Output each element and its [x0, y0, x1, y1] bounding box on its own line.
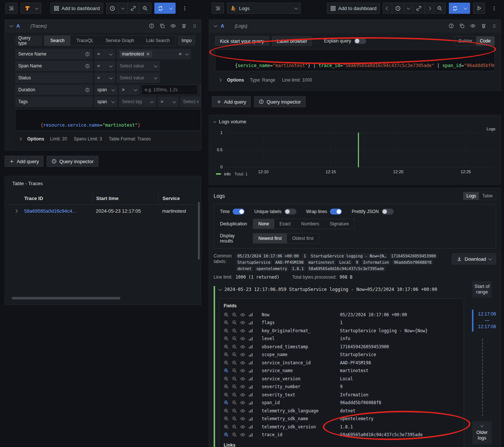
run-button[interactable]	[473, 3, 485, 14]
filter-out-value-icon[interactable]	[232, 368, 238, 373]
refresh-interval-dropdown[interactable]	[461, 3, 470, 14]
filter-out-value-icon[interactable]	[232, 392, 238, 397]
field-stats-icon[interactable]	[248, 400, 254, 405]
filter-out-value-icon[interactable]	[232, 328, 238, 333]
field-stats-icon[interactable]	[248, 416, 254, 421]
refresh-interval-dropdown[interactable]	[166, 3, 176, 14]
shift-time-back-button[interactable]	[383, 3, 392, 14]
span-name-value-select[interactable]: Select value	[117, 61, 160, 71]
shift-time-forward-button[interactable]	[425, 3, 434, 14]
field-stats-icon[interactable]	[248, 312, 254, 317]
expand-row-chevron[interactable]	[14, 209, 18, 213]
field-stats-icon[interactable]	[248, 376, 254, 381]
zoom-out-button[interactable]	[434, 3, 446, 14]
view-toggle-option[interactable]: Table	[479, 192, 496, 200]
filter-out-value-icon[interactable]	[232, 352, 238, 357]
trash-icon[interactable]	[481, 23, 486, 29]
menu-button[interactable]	[5, 3, 18, 14]
split-resize-handle[interactable]	[198, 202, 200, 260]
query-row-header[interactable]: A (Traces)	[5, 20, 201, 32]
filter-for-value-icon[interactable]	[224, 416, 230, 421]
filter-for-value-icon[interactable]	[224, 432, 230, 437]
logs-volume-chart[interactable]: Logs 1 0.5 0 12:10 12:15 12:20 12:25	[226, 133, 495, 167]
filter-out-value-icon[interactable]	[232, 376, 238, 381]
time-picker-button[interactable]	[392, 3, 404, 14]
tags-scope-select[interactable]: span	[94, 96, 117, 107]
kick-start-button[interactable]: Kick start your query	[215, 36, 269, 46]
query-row-header[interactable]: A (Logs)	[209, 20, 501, 32]
hide-query-eye-icon[interactable]	[170, 23, 176, 29]
horizontal-scrollbar[interactable]	[12, 297, 120, 299]
dedup-option[interactable]: Numbers	[296, 219, 325, 229]
toggle-visibility-eye-icon[interactable]	[240, 336, 246, 341]
query-type-tab[interactable]: Service Graph	[100, 36, 140, 45]
toggle-visibility-eye-icon[interactable]	[240, 312, 246, 317]
filter-for-value-icon[interactable]	[224, 376, 230, 381]
service-name-value-select[interactable]: martinotest ✕ ✕	[117, 49, 191, 59]
field-stats-icon[interactable]	[248, 344, 254, 349]
field-stats-icon[interactable]	[248, 384, 254, 389]
duration-operator2-select[interactable]: <	[199, 85, 201, 95]
field-stats-icon[interactable]	[248, 328, 254, 333]
log-line[interactable]: 2024-05-23 12:17:06.059 StartupService l…	[219, 286, 464, 292]
field-stats-icon[interactable]	[248, 392, 254, 397]
duplicate-icon[interactable]	[160, 23, 165, 29]
field-stats-icon[interactable]	[248, 424, 254, 429]
tags-operator-select[interactable]: =	[158, 96, 179, 107]
toggle-visibility-eye-icon[interactable]	[240, 424, 246, 429]
filter-out-value-icon[interactable]	[232, 416, 238, 421]
duration-value-input[interactable]	[141, 85, 198, 95]
view-toggle-option[interactable]: Logs	[463, 192, 479, 200]
more-options-kebab[interactable]	[179, 3, 191, 14]
toggle-switch[interactable]	[233, 209, 245, 215]
field-stats-icon[interactable]	[248, 432, 254, 437]
toggle-visibility-eye-icon[interactable]	[240, 344, 246, 349]
column-header-service[interactable]: Service	[158, 192, 196, 205]
refresh-button[interactable]	[154, 3, 166, 14]
hide-query-eye-icon[interactable]	[470, 23, 476, 29]
toggle-visibility-eye-icon[interactable]	[240, 360, 246, 365]
toggle-switch[interactable]	[330, 209, 342, 215]
filter-out-value-icon[interactable]	[232, 432, 238, 437]
drag-handle-icon[interactable]	[192, 23, 197, 29]
toggle-visibility-eye-icon[interactable]	[240, 432, 246, 437]
filter-out-value-icon[interactable]	[232, 344, 238, 349]
filter-out-value-icon[interactable]	[232, 320, 238, 325]
query-type-tab[interactable]: Search	[44, 36, 70, 45]
duration-operator-select[interactable]: >	[119, 85, 140, 95]
tags-value-select[interactable]: Select v	[180, 96, 201, 107]
menu-button[interactable]	[212, 3, 224, 14]
traces-options-row[interactable]: Options Limit: 20Spans Limit: 3Table For…	[15, 133, 201, 145]
remove-chip-icon[interactable]: ✕	[146, 52, 149, 57]
field-stats-icon[interactable]	[248, 352, 254, 357]
toggle-visibility-eye-icon[interactable]	[240, 416, 246, 421]
filter-out-value-icon[interactable]	[232, 360, 238, 365]
toggle-visibility-eye-icon[interactable]	[240, 400, 246, 405]
add-query-button[interactable]: Add query	[212, 96, 251, 107]
filter-out-value-icon[interactable]	[232, 384, 238, 389]
filter-for-value-icon[interactable]	[224, 384, 230, 389]
query-type-tab[interactable]: TraceQL	[70, 36, 100, 45]
service-name-operator-select[interactable]: =	[94, 49, 115, 59]
toggle-visibility-eye-icon[interactable]	[240, 392, 246, 397]
field-stats-icon[interactable]	[248, 360, 254, 365]
older-logs-button[interactable]: Older logs	[472, 421, 492, 444]
drag-handle-icon[interactable]	[492, 23, 497, 29]
filter-out-value-icon[interactable]	[232, 400, 238, 405]
filter-for-value-icon[interactable]	[224, 360, 230, 365]
filter-for-value-icon[interactable]	[224, 312, 230, 317]
label-browser-button[interactable]: Label browser	[272, 36, 312, 46]
collapse-log-chevron[interactable]	[218, 287, 222, 291]
span-name-operator-select[interactable]: =	[94, 61, 115, 71]
toggle-visibility-eye-icon[interactable]	[240, 320, 246, 325]
filter-out-value-icon[interactable]	[232, 424, 238, 429]
toggle-switch[interactable]	[382, 209, 394, 215]
toggle-switch[interactable]	[284, 209, 296, 215]
filter-out-value-icon[interactable]	[232, 312, 238, 317]
filter-for-value-icon[interactable]	[224, 400, 230, 405]
help-icon[interactable]	[448, 23, 454, 29]
more-options-kebab[interactable]	[488, 3, 500, 14]
tags-tag-select[interactable]: Select tag	[119, 96, 156, 107]
duration-scope-select[interactable]: span	[94, 85, 117, 95]
sort-order-option[interactable]: Oldest first	[287, 234, 319, 243]
